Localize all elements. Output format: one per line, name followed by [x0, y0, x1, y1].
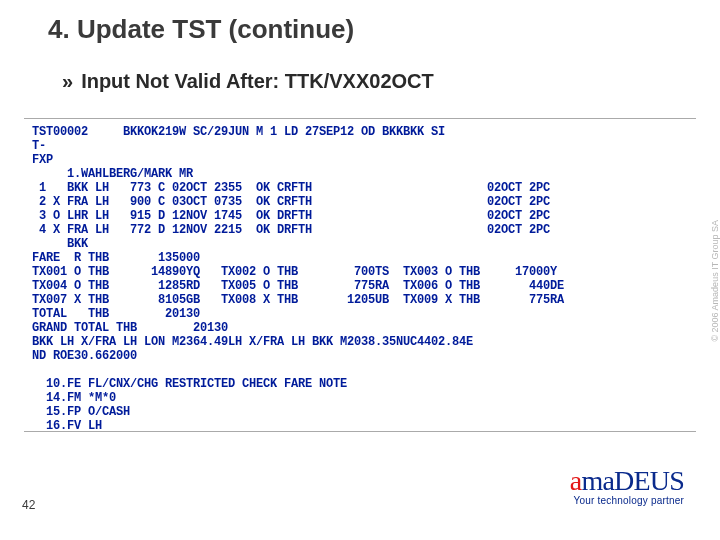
amadeus-logo: amaDEUS	[570, 465, 684, 497]
copyright-text: © 2006 Amadeus IT Group SA	[710, 220, 720, 342]
terminal-output: TST00002 BKKOK219W SC/29JUN M 1 LD 27SEP…	[24, 118, 696, 432]
brand-block: amaDEUS Your technology partner	[570, 465, 684, 506]
bullet-line: »Input Not Valid After: TTK/VXX02OCT	[62, 70, 434, 93]
brand-tagline: Your technology partner	[570, 495, 684, 506]
clock-icon: »	[62, 70, 73, 92]
logo-rest: maDEUS	[581, 465, 684, 496]
logo-a-letter: a	[570, 465, 582, 496]
bullet-text: Input Not Valid After: TTK/VXX02OCT	[81, 70, 434, 92]
slide-title: 4. Update TST (continue)	[48, 14, 354, 45]
page-number: 42	[22, 498, 35, 512]
